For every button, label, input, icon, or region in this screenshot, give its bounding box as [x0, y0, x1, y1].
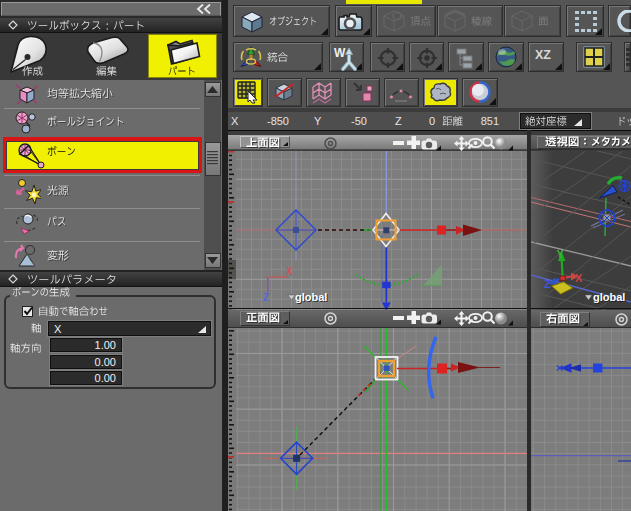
svg-text:X: X: [575, 272, 583, 284]
svg-text:X: X: [286, 266, 293, 277]
svg-text:Z: Z: [544, 278, 551, 290]
svg-text:W: W: [334, 46, 346, 60]
svg-text:Y: Y: [557, 248, 565, 260]
svg-text:Z: Z: [263, 292, 269, 303]
